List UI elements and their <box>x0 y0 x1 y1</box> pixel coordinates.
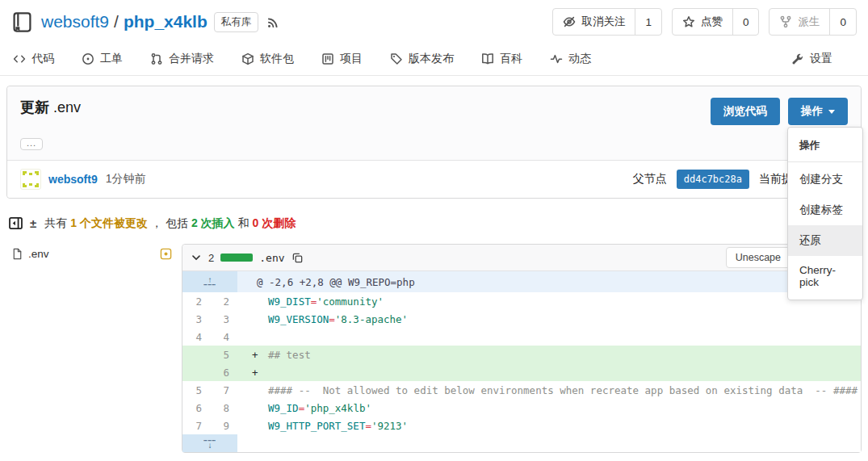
nav-tab-tag[interactable]: 版本发布 <box>390 52 454 66</box>
diff-code-row: 22 W9_DIST='community' <box>182 292 861 310</box>
nav-tab-pulse[interactable]: 动态 <box>550 52 591 66</box>
diff-modified-icon <box>160 248 172 260</box>
unescape-button[interactable]: Unescape <box>726 247 790 268</box>
commit-meta-row: websoft9 1分钟前 父节点 dd4c7bc28a 当前提交 1b0 <box>7 160 861 198</box>
repo-name-link[interactable]: php_x4klb <box>124 12 208 31</box>
code-line <box>237 328 861 346</box>
copy-filename-icon[interactable] <box>291 252 304 264</box>
commit-message-expander-button[interactable]: ... <box>20 138 43 150</box>
new-line-number: 6 <box>210 363 237 381</box>
diff-code-row: 44 <box>182 328 861 346</box>
main-content: 更新 .env 浏览代码 操作 ... <box>0 76 868 453</box>
code-token: W9_DIST <box>268 295 311 308</box>
new-line-number: 9 <box>210 417 237 434</box>
repo-logo-icon <box>11 11 33 33</box>
expand-down-button[interactable]: ┅┅┅↓ <box>182 434 237 452</box>
operations-dropdown-button[interactable]: 操作 <box>788 98 848 125</box>
nav-tab-label: 百科 <box>500 52 522 66</box>
nav-tab-package[interactable]: 软件包 <box>241 52 294 66</box>
deletions-count: 0 次删除 <box>253 216 296 229</box>
code-line: W9_VERSION='8.3-apache' <box>237 310 861 328</box>
dropdown-item-4[interactable]: Cherry-pick <box>788 256 862 296</box>
repo-action-star[interactable]: 点赞0 <box>672 8 760 36</box>
code-token: W9_VERSION <box>268 313 329 325</box>
code-icon <box>13 52 26 65</box>
code-line: #### -- Not allowed to edit below enviro… <box>237 381 861 399</box>
code-line: +## test <box>237 346 861 363</box>
tag-icon <box>390 52 403 65</box>
expander-filler <box>237 434 861 452</box>
action-count-badge[interactable]: 0 <box>732 9 759 35</box>
action-label: 派生 <box>798 15 820 29</box>
eye-slash-icon <box>563 15 576 28</box>
action-count-badge[interactable]: 0 <box>829 9 856 35</box>
diff-file-header: 2 .env Unescape <box>182 245 861 271</box>
new-line-number: 5 <box>210 346 237 363</box>
browse-code-button[interactable]: 浏览代码 <box>711 98 780 125</box>
new-line-number: 4 <box>210 328 237 346</box>
repo-action-fork[interactable]: 派生0 <box>769 8 857 36</box>
dropdown-item-3[interactable]: 还原 <box>788 225 862 256</box>
operations-dropdown-menu: 操作 创建分支创建标签还原Cherry-pick <box>787 127 863 300</box>
project-icon <box>321 52 334 65</box>
nav-tab-label: 工单 <box>100 52 123 66</box>
nav-tab-settings[interactable]: 设置 <box>791 52 832 66</box>
toggle-file-tree-icon[interactable] <box>8 216 23 231</box>
commit-author-link[interactable]: websoft9 <box>48 173 98 186</box>
nav-tab-code[interactable]: 代码 <box>13 52 54 66</box>
new-line-number: 7 <box>210 381 237 399</box>
nav-tab-label: 软件包 <box>260 52 294 66</box>
repo-nav-tabs: 代码工单合并请求软件包项目版本发布百科动态设置 <box>0 42 868 76</box>
action-label: 取消关注 <box>581 15 625 29</box>
diff-sign <box>252 331 268 343</box>
author-avatar <box>20 169 41 190</box>
insertions-count: 2 次插入 <box>191 216 235 229</box>
dropdown-item-2[interactable]: 创建标签 <box>788 195 862 225</box>
parent-commit-hash-button[interactable]: dd4c7bc28a <box>677 170 749 189</box>
file-tree-item[interactable]: .env <box>10 245 174 262</box>
file-icon <box>11 248 23 260</box>
new-line-number: 8 <box>210 399 237 417</box>
code-token: W9_HTTP_PORT_SET <box>268 420 365 432</box>
nav-tab-book[interactable]: 百科 <box>481 52 522 66</box>
wrench-icon <box>791 52 804 65</box>
issue-icon <box>82 52 94 65</box>
diff-sign <box>252 295 268 308</box>
dropdown-header: 操作 <box>788 131 862 160</box>
diff-content-row: .env 2 .env Unescape <box>6 244 862 453</box>
nav-tab-label: 项目 <box>340 52 363 66</box>
repo-header: websoft9 / php_x4klb 私有库 取消关注1点赞0派生0 <box>0 0 868 42</box>
diff-table: ↑┅┅┅@ -2,6 +2,8 @@ W9_REPO=php22 W9_DIST… <box>182 271 861 452</box>
parent-commit-label: 父节点 <box>633 172 667 186</box>
code-token: ## test <box>268 349 311 361</box>
nav-tab-issue[interactable]: 工单 <box>82 52 123 66</box>
file-additions-count: 2 <box>208 252 214 264</box>
rss-feed-icon[interactable] <box>266 15 280 29</box>
collapse-file-chevron-icon[interactable] <box>191 252 202 263</box>
old-line-number: 7 <box>182 417 210 434</box>
diff-sign <box>252 313 268 325</box>
new-line-number: 2 <box>210 292 237 310</box>
pulse-icon <box>550 52 563 65</box>
dropdown-divider <box>788 161 862 162</box>
expand-up-button[interactable]: ↑┅┅┅ <box>182 271 237 292</box>
commit-box: 更新 .env 浏览代码 操作 ... <box>6 86 862 199</box>
diff-stat-bar <box>220 254 253 262</box>
files-changed-count: 1 个文件被更改 <box>70 216 148 229</box>
star-icon <box>682 15 695 28</box>
dropdown-item-1[interactable]: 创建分支 <box>788 164 862 195</box>
nav-tab-pull-request[interactable]: 合并请求 <box>150 52 214 66</box>
code-token: = <box>329 313 335 325</box>
nav-tab-label: 代码 <box>31 52 54 66</box>
nav-tab-label: 版本发布 <box>409 52 454 66</box>
diff-code-row: 68 W9_ID='php_x4klb' <box>182 399 861 417</box>
action-count-badge[interactable]: 1 <box>635 9 661 35</box>
nav-tab-project[interactable]: 项目 <box>321 52 363 66</box>
diff-code-row: 79 W9_HTTP_PORT_SET='9213' <box>182 417 861 434</box>
diff-sign: + <box>252 349 268 361</box>
code-token: #### -- Not allowed to edit below enviro… <box>268 384 858 396</box>
old-line-number: 6 <box>182 399 210 417</box>
action-label: 点赞 <box>701 15 723 29</box>
repo-action-eye-slash[interactable]: 取消关注1 <box>552 8 662 36</box>
repo-owner-link[interactable]: websoft9 <box>41 12 109 31</box>
